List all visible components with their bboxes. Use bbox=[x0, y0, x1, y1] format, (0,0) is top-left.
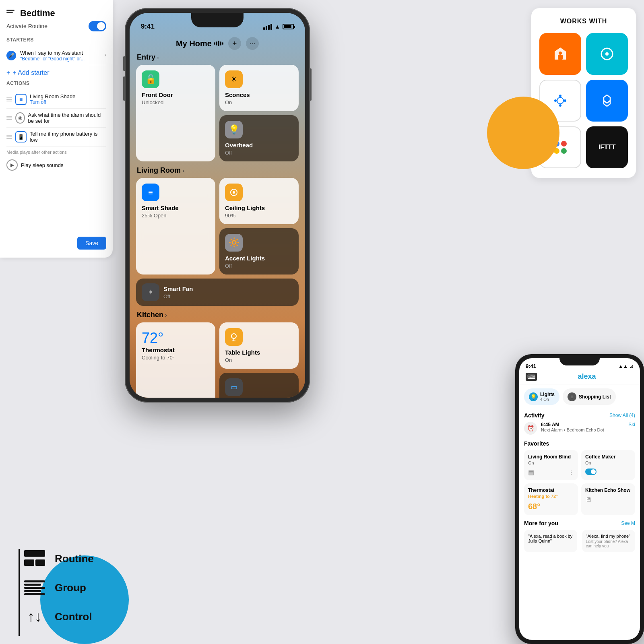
more-dots[interactable]: ⋮ bbox=[568, 469, 574, 476]
tile-smart-shade[interactable]: ≡ Smart Shade 25% Open bbox=[136, 178, 215, 275]
fav-name: Coffee Maker bbox=[585, 454, 631, 460]
status-time: 9:41 bbox=[141, 23, 155, 31]
play-sleep-sounds[interactable]: ▶ Play sleep sounds bbox=[6, 157, 106, 173]
tile-front-door[interactable]: 🔓 Front Door Unlocked bbox=[136, 65, 215, 161]
action-living-room-shade[interactable]: ≡ Living Room Shade Turn off bbox=[6, 90, 106, 109]
tile-name: Smart Shade bbox=[142, 204, 210, 212]
action-alarm-time[interactable]: ◉ Ask what time the alarm should be set … bbox=[6, 109, 106, 128]
fav-coffee-maker[interactable]: Coffee Maker On bbox=[581, 450, 635, 480]
status-icons: ▲ bbox=[263, 23, 294, 30]
thermostat-temp: 68° bbox=[528, 502, 574, 511]
activity-desc: Next Alarm • Bedroom Echo Dot bbox=[541, 427, 604, 432]
lights-pill[interactable]: 💡 Lights 4 On bbox=[524, 388, 559, 405]
add-button[interactable]: + bbox=[228, 37, 241, 50]
svg-point-2 bbox=[231, 334, 236, 339]
room-name-living: Living Room bbox=[137, 166, 181, 175]
starters-label: Starters bbox=[6, 37, 106, 43]
alexa-phone-body: 9:41 ▲▲ ⊿ alexa 💡 Lights 4 O bbox=[515, 354, 644, 644]
homekit-icon bbox=[539, 33, 581, 75]
entry-tiles: 🔓 Front Door Unlocked ☀ Sconces On 💡 bbox=[136, 65, 299, 161]
starter-item[interactable]: 🎤 When I say to my Assistant "Bedtime" o… bbox=[6, 47, 106, 65]
alarm-icon: ⏰ bbox=[524, 422, 537, 435]
legend-group-label: Group bbox=[55, 582, 86, 594]
side-button-power bbox=[310, 68, 312, 101]
room-entry: Entry › 🔓 Front Door Unlocked ☀ bbox=[136, 53, 299, 161]
fav-name: Thermostat bbox=[528, 487, 574, 493]
legend-control: ↑↓ Control bbox=[23, 607, 105, 626]
activity-time: 6:45 AM bbox=[541, 422, 604, 427]
save-button[interactable]: Save bbox=[77, 237, 106, 250]
shade-icon: ≡ bbox=[15, 94, 27, 105]
shopping-pill[interactable]: ≡ Shopping List bbox=[563, 388, 616, 405]
see-more-link[interactable]: See M bbox=[621, 520, 635, 526]
media-label: Media plays after other actions bbox=[6, 150, 106, 155]
left-panel: Bedtime Activate Routine ✓ Starters 🎤 Wh… bbox=[0, 0, 113, 258]
more-card-phone[interactable]: "Alexa, find my phone" Lost your phone? … bbox=[582, 530, 635, 552]
play-label: Play sleep sounds bbox=[21, 162, 64, 168]
starter-main: When I say to my Assistant bbox=[20, 50, 100, 56]
svg-point-6 bbox=[559, 52, 562, 55]
alexa-header: alexa bbox=[519, 369, 640, 384]
more-cards-row: "Alexa, read a book by Julia Quinn" "Ale… bbox=[524, 530, 635, 552]
keyboard-icon[interactable] bbox=[526, 373, 537, 381]
works-with-title: WORKS WITH bbox=[539, 18, 628, 25]
more-quote: "Alexa, find my phone" bbox=[586, 534, 631, 539]
alexa-time: 9:41 bbox=[526, 363, 536, 369]
tile-overhead[interactable]: 💡 Overhead Off bbox=[219, 115, 299, 161]
monitor-icon: 🖥 bbox=[585, 496, 592, 504]
tile-name: Table Lights bbox=[225, 349, 293, 356]
tile-thermostat[interactable]: 72° Thermostat Cooling to 70° bbox=[136, 322, 215, 398]
add-starter-button[interactable]: + + Add starter bbox=[6, 69, 106, 76]
tile-accent-lights[interactable]: 🔆 Accent Lights Off bbox=[219, 228, 299, 275]
show-all-link[interactable]: Show All (4) bbox=[609, 413, 635, 418]
more-card-book[interactable]: "Alexa, read a book by Julia Quinn" bbox=[524, 530, 577, 552]
tile-smart-fan[interactable]: ✦ Smart Fan Off bbox=[136, 279, 299, 306]
activate-toggle[interactable]: ✓ bbox=[89, 21, 106, 31]
svg-point-9 bbox=[557, 97, 564, 104]
tile-ceiling-lights[interactable]: Ceiling Lights 90% bbox=[219, 178, 299, 224]
tile-name: Overhead bbox=[225, 142, 293, 149]
svg-point-13 bbox=[554, 99, 557, 102]
legend-group: Group bbox=[23, 578, 105, 597]
activity-item: ⏰ 6:45 AM Next Alarm • Bedroom Echo Dot … bbox=[524, 422, 635, 435]
legend-control-label: Control bbox=[55, 611, 92, 623]
fav-living-room-blind[interactable]: Living Room Blind On ▤ ⋮ bbox=[524, 450, 578, 480]
room-name-kitchen: Kitchen bbox=[137, 311, 163, 319]
fav-kitchen-echo[interactable]: Kitchen Echo Show 🖥 bbox=[581, 483, 635, 515]
tile-status: Off bbox=[163, 293, 193, 299]
action-phone-battery[interactable]: 📱 Tell me if my phone battery is low bbox=[6, 128, 106, 147]
ifttt-icon: IFTTT bbox=[586, 126, 628, 168]
bulb-icon: 💡 bbox=[225, 121, 243, 138]
tile-status: Unlocked bbox=[142, 99, 210, 105]
room-kitchen: Kitchen › 72° Thermostat Cooling to 70° bbox=[136, 311, 299, 398]
more-sub: Lost your phone? Alexa can help you bbox=[586, 539, 631, 548]
actions-section: ≡ Living Room Shade Turn off ◉ Ask what … bbox=[6, 90, 106, 147]
fav-thermostat[interactable]: Thermostat Heating to 72° 68° bbox=[524, 483, 578, 515]
room-name-entry: Entry bbox=[137, 53, 155, 62]
thermostat-temp: 72° bbox=[142, 330, 210, 347]
phone-icon: 📱 bbox=[15, 131, 27, 142]
alexa-phone: 9:41 ▲▲ ⊿ alexa 💡 Lights 4 O bbox=[515, 354, 644, 644]
tile-sconces[interactable]: ☀ Sconces On bbox=[219, 65, 299, 111]
pill-main: Lights bbox=[540, 392, 555, 397]
more-button[interactable]: ··· bbox=[246, 37, 259, 50]
tile-side-door[interactable]: ▭ Side Door Closed bbox=[219, 373, 299, 398]
legend-routine-label: Routine bbox=[55, 553, 94, 565]
alexa-more: More for you See M "Alexa, read a book b… bbox=[519, 518, 640, 558]
play-icon: ▶ bbox=[6, 159, 18, 171]
skip-link[interactable]: Ski bbox=[628, 422, 635, 427]
drag-handle[interactable] bbox=[6, 116, 12, 120]
light-pill-icon: 💡 bbox=[529, 392, 538, 401]
signal-icon bbox=[263, 24, 272, 30]
svg-point-8 bbox=[605, 52, 609, 56]
starter-sub: "Bedtime" or "Good night" or... bbox=[20, 56, 100, 62]
side-button-volume bbox=[123, 76, 125, 101]
drag-handle[interactable] bbox=[6, 135, 12, 139]
action-name: Ask what time the alarm should be set fo… bbox=[28, 112, 106, 124]
svg-point-10 bbox=[559, 95, 561, 97]
coffee-toggle[interactable] bbox=[585, 469, 597, 475]
actions-label: Actions bbox=[6, 80, 106, 86]
drag-handle[interactable] bbox=[6, 97, 12, 101]
tile-table-lights[interactable]: Table Lights On bbox=[219, 322, 299, 369]
tile-status: Cooling to 70° bbox=[142, 355, 210, 361]
